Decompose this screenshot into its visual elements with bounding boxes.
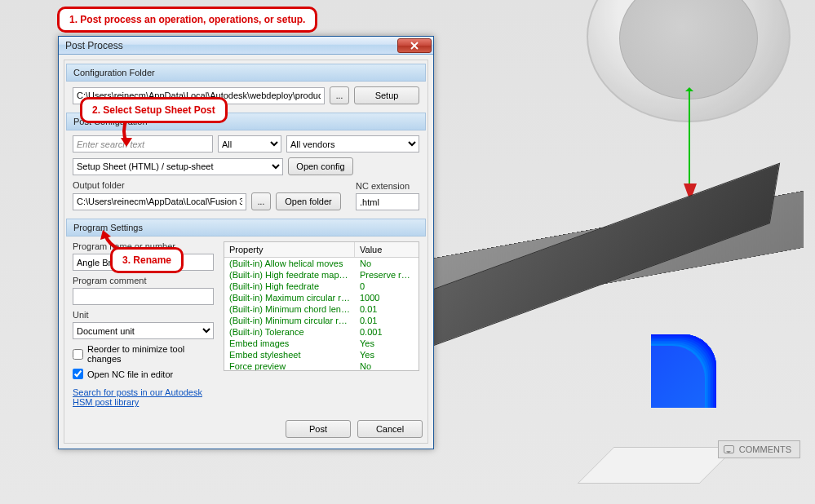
- close-button[interactable]: [397, 38, 432, 53]
- property-name: (Built-in) High feedrate mapping: [224, 269, 355, 281]
- property-name: (Built-in) Tolerance: [224, 326, 355, 338]
- annotation-1: 1. Post process an operation, operations…: [57, 7, 317, 33]
- property-value: 0.01: [355, 303, 419, 315]
- cancel-button[interactable]: Cancel: [357, 420, 423, 438]
- dialog-title: Post Process: [65, 40, 123, 51]
- svg-marker-0: [121, 138, 132, 147]
- config-folder-header: Configuration Folder: [66, 64, 426, 82]
- properties-table: Property Value (Built-in) Allow helical …: [224, 241, 419, 371]
- property-name: (Built-in) Minimum circular radius: [224, 315, 355, 326]
- property-value: 0: [355, 281, 419, 292]
- post-button[interactable]: Post: [286, 420, 351, 438]
- property-value: Yes: [355, 349, 419, 360]
- property-name: Embed images: [224, 338, 355, 349]
- property-name: (Built-in) Allow helical moves: [224, 258, 355, 269]
- vendor-select[interactable]: All vendors: [286, 135, 419, 153]
- search-input[interactable]: [73, 135, 213, 153]
- output-folder-label: Output folder: [73, 180, 341, 190]
- comments-label: COMMENTS: [739, 444, 791, 454]
- table-row[interactable]: (Built-in) Minimum chord length0.01: [224, 303, 419, 315]
- table-row[interactable]: (Built-in) High feedrate0: [224, 281, 419, 292]
- table-row[interactable]: Embed stylesheetYes: [224, 349, 419, 360]
- setup-button[interactable]: Setup: [354, 86, 419, 104]
- reorder-checkbox[interactable]: [73, 349, 83, 360]
- nc-extension-input[interactable]: [356, 193, 419, 210]
- program-comment-input[interactable]: [73, 288, 214, 305]
- property-name: (Built-in) Maximum circular radius: [224, 292, 355, 303]
- property-name: (Built-in) High feedrate: [224, 281, 355, 292]
- property-column-header[interactable]: Property: [224, 242, 355, 257]
- table-row[interactable]: (Built-in) High feedrate mappingPreserve…: [224, 269, 419, 281]
- open-nc-checkbox[interactable]: [73, 369, 83, 379]
- table-row[interactable]: (Built-in) Tolerance0.001: [224, 326, 419, 338]
- property-value: Yes: [355, 338, 419, 349]
- output-folder-browse-button[interactable]: ...: [251, 192, 271, 210]
- config-folder-browse-button[interactable]: ...: [330, 86, 349, 104]
- unit-select[interactable]: Document unit: [73, 322, 214, 339]
- toolpath-lines: [651, 334, 716, 408]
- value-column-header[interactable]: Value: [355, 242, 419, 257]
- table-row[interactable]: (Built-in) Maximum circular radius1000: [224, 292, 419, 303]
- property-value: No: [355, 258, 419, 269]
- post-library-link[interactable]: Search for posts in our Autodesk HSM pos…: [73, 387, 214, 407]
- table-row[interactable]: (Built-in) Minimum circular radius0.01: [224, 315, 419, 326]
- table-row[interactable]: Embed imagesYes: [224, 338, 419, 349]
- nc-extension-label: NC extension: [356, 181, 419, 191]
- post-select[interactable]: Setup Sheet (HTML) / setup-sheet: [73, 158, 283, 175]
- property-name: Force preview: [224, 360, 355, 370]
- close-icon: [410, 42, 419, 50]
- open-nc-label: Open NC file in editor: [87, 369, 173, 379]
- table-row[interactable]: Force previewNo: [224, 360, 419, 370]
- output-folder-input[interactable]: [73, 193, 246, 210]
- property-value: 0.01: [355, 315, 419, 326]
- speech-bubble-icon: [724, 445, 734, 453]
- annotation-2: 2. Select Setup Sheet Post: [80, 97, 228, 123]
- property-value: No: [355, 360, 419, 370]
- reorder-label: Reorder to minimize tool changes: [87, 344, 214, 364]
- open-folder-button[interactable]: Open folder: [276, 192, 341, 210]
- property-value: Preserve rapi...: [355, 269, 419, 281]
- property-name: (Built-in) Minimum chord length: [224, 303, 355, 315]
- comments-button[interactable]: COMMENTS: [718, 440, 800, 458]
- property-value: 0.001: [355, 326, 419, 338]
- annotation-3: 3. Rename: [110, 247, 184, 273]
- property-name: Embed stylesheet: [224, 349, 355, 360]
- table-row[interactable]: (Built-in) Allow helical movesNo: [224, 258, 419, 269]
- open-config-button[interactable]: Open config: [288, 157, 353, 175]
- property-value: 1000: [355, 292, 419, 303]
- dialog-titlebar[interactable]: Post Process: [59, 37, 433, 55]
- category-select[interactable]: All: [218, 135, 281, 153]
- program-comment-label: Program comment: [73, 276, 214, 285]
- unit-label: Unit: [73, 310, 214, 320]
